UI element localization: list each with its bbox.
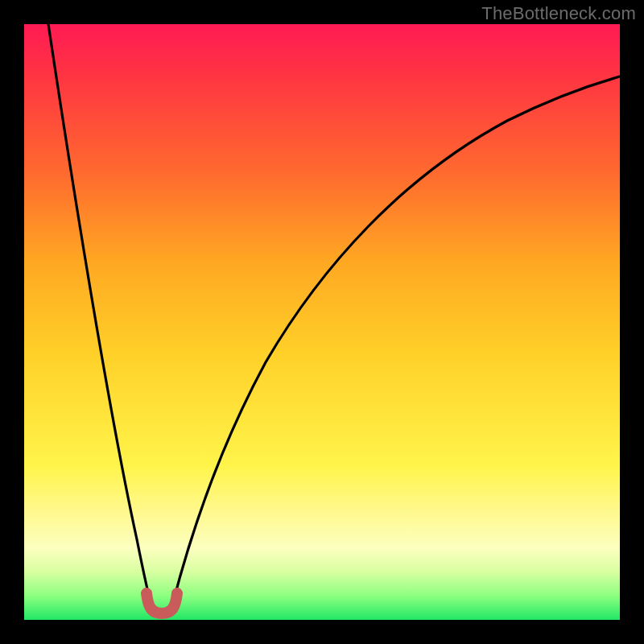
minimum-marker: [147, 593, 177, 613]
curve-left-branch: [48, 24, 151, 605]
chart-frame: TheBottleneck.com: [0, 0, 644, 644]
curve-right-branch: [172, 76, 620, 605]
chart-svg: [24, 24, 620, 620]
watermark-text: TheBottleneck.com: [481, 3, 636, 24]
